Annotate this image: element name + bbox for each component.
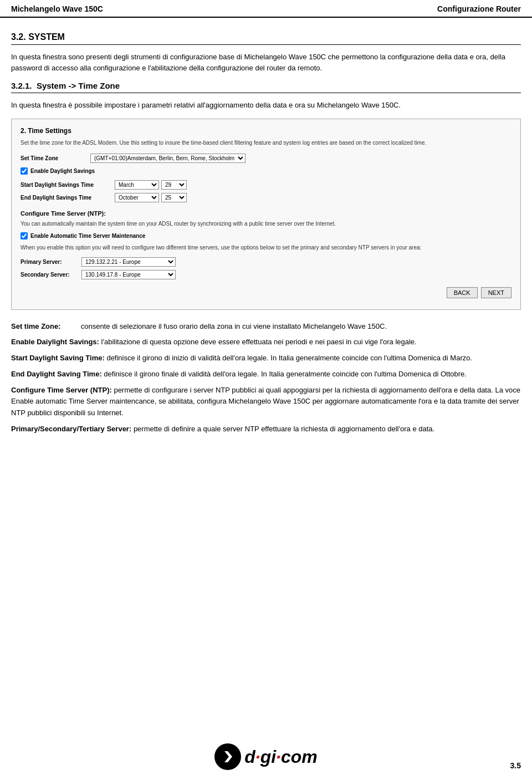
button-row: BACK NEXT [21, 287, 511, 298]
term-3: End Daylight Saving Time: [11, 370, 102, 378]
section-intro: In questa finestra sono presenti degli s… [11, 52, 521, 73]
back-button[interactable]: BACK [447, 287, 478, 298]
primary-server-label: Primary Server: [21, 259, 81, 265]
subsection-number: 3.2.1. [11, 81, 32, 90]
page-header: Michelangelo Wave 150C Configurazione Ro… [0, 0, 532, 18]
page-number: 3.5 [510, 761, 521, 770]
enable-ntp-row: Enable Automatic Time Server Maintenance [21, 232, 511, 239]
start-month-select[interactable]: March [115, 180, 159, 190]
enable-ntp-label: Enable Automatic Time Server Maintenance [30, 233, 145, 239]
term-1: Enable Daiylight Savings: [11, 338, 99, 346]
logo-svg [220, 749, 236, 764]
secondary-server-row: Secondary Server: 130.149.17.8 - Europe [21, 270, 511, 279]
footer-logo: d·gi·com [214, 743, 318, 770]
section-title: SYSTEM [28, 32, 65, 42]
secondary-server-select[interactable]: 130.149.17.8 - Europe [81, 270, 176, 279]
header-product-name: Michelangelo Wave 150C [11, 4, 103, 13]
primary-server-row: Primary Server: 129.132.2.21 - Europe [21, 257, 511, 267]
timezone-select[interactable]: (GMT+01:00)Amsterdam, Berlin, Bern, Rome… [90, 154, 245, 163]
next-button[interactable]: NEXT [481, 287, 511, 298]
end-daylight-label: End Daylight Savings Time [21, 195, 115, 201]
subsection-heading: 3.2.1. System -> Time Zone [11, 81, 521, 93]
logo-dot: · [255, 747, 260, 767]
device-ui-box: 2. Time Settings Set the time zone for t… [11, 119, 521, 310]
explanation-0: Set time Zone: consente di selezionare i… [11, 321, 521, 333]
logo-dot2: · [276, 747, 281, 767]
start-daylight-row: Start Daylight Savings Time March 29 [21, 180, 511, 190]
box-description: Set the time zone for the ADSL Modem. Us… [21, 139, 511, 147]
page-footer: d·gi·com 3.5 [0, 743, 532, 770]
term-0: Set time Zone: [11, 322, 61, 330]
explanation-2: Start Daylight Saving Time: definisce il… [11, 353, 521, 364]
subsection-intro: In questa finestra è possibile impostare… [11, 100, 521, 111]
explanation-section: Set time Zone: consente di selezionare i… [11, 321, 521, 435]
timezone-label: Set Time Zone [21, 155, 87, 161]
enable-daylight-label: Enable Daylight Savings [30, 168, 95, 174]
term-4: Configure Time Server (NTP): [11, 386, 112, 394]
explanation-1: Enable Daiylight Savings: l'abilitazione… [11, 337, 521, 348]
secondary-server-label: Secondary Server: [21, 272, 81, 278]
primary-server-select[interactable]: 129.132.2.21 - Europe [81, 257, 176, 267]
subsection-title: System -> Time Zone [37, 81, 120, 90]
logo-icon [214, 743, 241, 770]
enable-daylight-checkbox[interactable] [21, 167, 28, 175]
end-day-select[interactable]: 25 [161, 193, 187, 202]
ntp-description: You can automatically maintain the syste… [21, 220, 511, 228]
explanation-3: End Daylight Saving Time: definisce il g… [11, 369, 521, 380]
ntp-title: Configure Time Server (NTP): [21, 210, 511, 217]
timezone-row: Set Time Zone (GMT+01:00)Amsterdam, Berl… [21, 154, 511, 163]
start-daylight-selects: March 29 [115, 180, 187, 190]
start-day-select[interactable]: 29 [161, 180, 187, 190]
header-section-name: Configurazione Router [437, 4, 521, 13]
term-5: Primary/Secondary/Tertiary Server: [11, 425, 131, 433]
box-title: 2. Time Settings [21, 127, 511, 135]
main-content: 3.2. SYSTEM In questa finestra sono pres… [0, 18, 532, 473]
term-2: Start Daylight Saving Time: [11, 354, 105, 362]
end-daylight-row: End Daylight Savings Time October 25 [21, 193, 511, 202]
ntp-when-text: When you enable this option you will nee… [21, 244, 511, 252]
section-number: 3.2. [11, 32, 26, 42]
end-daylight-selects: October 25 [115, 193, 187, 202]
explanation-4: Configure Time Server (NTP): permette di… [11, 385, 521, 419]
end-month-select[interactable]: October [115, 193, 159, 202]
section-heading: 3.2. SYSTEM [11, 32, 521, 45]
start-daylight-label: Start Daylight Savings Time [21, 182, 115, 188]
explanation-5: Primary/Secondary/Tertiary Server: perme… [11, 424, 521, 435]
footer-right: 3.5 [318, 761, 521, 770]
enable-ntp-checkbox[interactable] [21, 232, 28, 239]
enable-daylight-row: Enable Daylight Savings [21, 167, 511, 175]
logo-text: d·gi·com [244, 747, 318, 767]
